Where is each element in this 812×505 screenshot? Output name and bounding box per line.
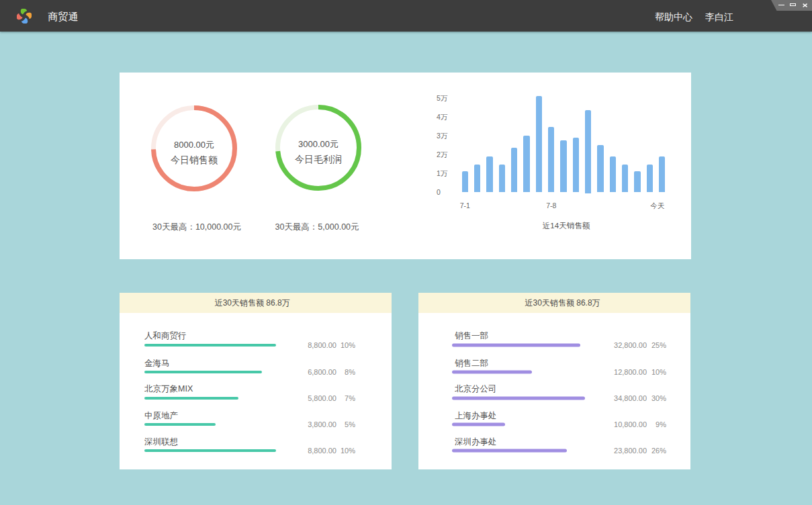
rank-row-bar (144, 344, 276, 347)
y-axis-tick: 4万 (437, 112, 447, 122)
y-axis-tick: 3万 (437, 131, 447, 140)
rank-row-label: 北京万象MIX (144, 383, 193, 395)
help-center-link[interactable]: 帮助中心 (655, 0, 692, 32)
bar-day-12 (597, 145, 603, 192)
bar-day-9 (560, 140, 566, 192)
rank-row-label: 深圳联想 (144, 436, 178, 447)
bar-day-16 (647, 165, 653, 192)
customer-rank-card: 近30天销售额 86.8万 人和商贸行8,800.0010%金海马6,800.0… (120, 293, 392, 469)
close-icon[interactable] (803, 0, 808, 11)
bar-day-6 (523, 136, 529, 192)
today-sales-gauge: 8000.00元 今日销售额 (148, 103, 240, 194)
y-axis-tick: 5万 (437, 93, 447, 103)
y-axis-tick: 1万 (437, 169, 447, 178)
window-controls (770, 0, 812, 11)
user-menu[interactable]: 李白江 (705, 0, 733, 32)
app-logo-pinwheel-icon (17, 9, 32, 24)
today-summary-card: 8000.00元 今日销售额 30天最高：10,000.00元 3000.00元… (120, 73, 691, 259)
rank-row-bar (144, 423, 216, 426)
rank-row-percent: 10% (341, 341, 355, 349)
rank-row-percent: 10% (651, 368, 666, 376)
rank-row-amount: 12,800.00 (614, 368, 647, 376)
department-rank-card: 近30天销售额 86.8万 销售一部32,800.0025%销售二部12,800… (418, 293, 690, 469)
rank-row-bar (452, 370, 532, 373)
y-axis-tick: 2万 (437, 150, 447, 159)
rank-row-bar (144, 397, 238, 400)
rank-row-percent: 5% (345, 420, 355, 428)
rank-row-percent: 25% (651, 341, 666, 349)
bar-day-8 (548, 127, 554, 192)
rank-row-bar (452, 343, 580, 347)
rank-row-amount: 5,800.00 (308, 394, 336, 402)
bar-day-13 (610, 156, 616, 192)
today-profit-gauge: 3000.00元 今日毛利润 (273, 102, 364, 193)
rank-row-amount: 8,800.00 (308, 447, 336, 455)
bar-day-3 (486, 156, 492, 192)
rank-row-amount: 3,800.00 (308, 420, 336, 428)
bar-day-1 (462, 171, 468, 192)
rank-row-percent: 9% (656, 420, 666, 428)
x-axis-tick: 7-8 (546, 201, 556, 210)
rank-row-label: 人和商贸行 (144, 330, 187, 342)
rank-row-label: 销售一部 (455, 330, 488, 342)
x-axis-tick: 7-1 (460, 201, 470, 210)
x-axis-tick: 今天 (650, 201, 664, 211)
rank-row-amount: 6,800.00 (308, 368, 336, 376)
titlebar: 商贸通 帮助中心 李白江 (0, 0, 812, 32)
rank-row-amount: 34,800.00 (614, 394, 647, 402)
minimize-icon[interactable] (778, 0, 785, 11)
rank-row-amount: 32,800.00 (614, 341, 647, 349)
customer-rank-title: 近30天销售额 86.8万 (120, 293, 392, 313)
rank-row-percent: 7% (345, 394, 355, 402)
bar-day-17 (659, 156, 665, 192)
rank-row-bar (144, 371, 262, 373)
rank-row-label: 金海马 (144, 357, 170, 369)
rank-row-percent: 30% (651, 394, 666, 402)
rank-row-amount: 23,800.00 (614, 447, 647, 455)
rank-row-label: 北京分公司 (455, 383, 497, 395)
today-profit-label: 今日毛利润 (273, 154, 364, 166)
rank-row-label: 上海办事处 (455, 410, 497, 421)
today-profit-amount: 3000.00元 (273, 138, 364, 150)
bar-day-7 (536, 96, 542, 192)
bar-day-15 (634, 171, 640, 192)
rank-row-bar (452, 449, 567, 452)
rank-row-label: 深圳办事处 (455, 436, 497, 447)
profit-30d-max: 30天最高：5,000.00元 (230, 222, 404, 233)
bar-day-4 (499, 165, 505, 192)
rank-row-percent: 8% (345, 368, 355, 376)
rank-row-label: 销售二部 (455, 357, 488, 369)
rank-row-amount: 8,800.00 (308, 341, 336, 349)
bar-day-14 (622, 165, 628, 192)
today-sales-label: 今日销售额 (148, 154, 240, 167)
bar-day-10 (573, 138, 579, 192)
maximize-icon[interactable] (790, 0, 797, 11)
bar-day-11 (585, 110, 591, 193)
rank-row-amount: 10,800.00 (614, 420, 647, 428)
app-title: 商贸通 (48, 0, 79, 32)
rank-row-bar (452, 396, 585, 400)
app-window: 商贸通 帮助中心 李白江 8000.00元 今日销售额 30天最高：10,000… (0, 0, 812, 505)
rank-row-bar (452, 423, 505, 426)
rank-row-bar (144, 449, 276, 452)
department-rank-title: 近30天销售额 86.8万 (418, 293, 690, 313)
rank-row-label: 中原地产 (144, 410, 178, 421)
today-sales-amount: 8000.00元 (148, 139, 240, 151)
bar-chart-title: 近14天销售额 (486, 221, 647, 231)
bar-day-2 (474, 165, 480, 192)
rank-row-percent: 26% (651, 447, 666, 455)
y-axis-tick: 0 (437, 187, 441, 197)
bar-day-5 (511, 148, 517, 192)
rank-row-percent: 10% (341, 447, 355, 455)
